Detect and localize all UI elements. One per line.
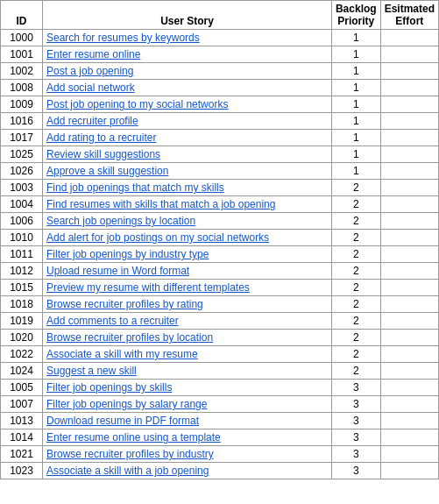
cell-id: 1008: [1, 80, 43, 96]
cell-story[interactable]: Add alert for job postings on my social …: [43, 230, 332, 246]
cell-id: 1003: [1, 180, 43, 196]
header-effort: Esitmated Effort: [380, 1, 438, 30]
table-row: 1020Browse recruiter profiles by locatio…: [1, 330, 439, 346]
cell-story[interactable]: Associate a skill with my resume: [43, 346, 332, 363]
cell-priority: 3: [331, 396, 380, 413]
cell-story[interactable]: Add comments to a recruiter: [43, 313, 332, 330]
cell-id: 1000: [1, 30, 43, 46]
cell-story[interactable]: Add rating to a recruiter: [43, 130, 332, 146]
cell-id: 1005: [1, 380, 43, 396]
cell-story[interactable]: Post job opening to my social networks: [43, 96, 332, 113]
table-row: 1007Filter job openings by salary range3: [1, 396, 439, 413]
table-row: 1012Upload resume in Word format2: [1, 263, 439, 280]
cell-story[interactable]: Filter job openings by industry type: [43, 246, 332, 263]
cell-effort: [380, 196, 438, 213]
cell-priority: 2: [331, 180, 380, 196]
cell-story[interactable]: Suggest a new skill: [43, 363, 332, 380]
cell-story[interactable]: Review skill suggestions: [43, 146, 332, 163]
cell-priority: 2: [331, 330, 380, 346]
cell-priority: 1: [331, 96, 380, 113]
cell-id: 1016: [1, 113, 43, 130]
cell-priority: 1: [331, 46, 380, 63]
header-story: User Story: [43, 1, 332, 30]
cell-id: 1019: [1, 313, 43, 330]
cell-priority: 1: [331, 63, 380, 80]
cell-effort: [380, 80, 438, 96]
cell-story[interactable]: Add social network: [43, 80, 332, 96]
cell-story[interactable]: Enter resume online: [43, 46, 332, 63]
cell-effort: [380, 63, 438, 80]
backlog-table: ID User Story Backlog Priority Esitmated…: [0, 0, 439, 479]
table-row: 1022Associate a skill with my resume2: [1, 346, 439, 363]
table-row: 1008Add social network1: [1, 80, 439, 96]
cell-id: 1004: [1, 196, 43, 213]
cell-story[interactable]: Filter job openings by salary range: [43, 396, 332, 413]
header-id: ID: [1, 1, 43, 30]
cell-id: 1013: [1, 413, 43, 429]
cell-effort: [380, 396, 438, 413]
cell-id: 1025: [1, 146, 43, 163]
cell-story[interactable]: Browse recruiter profiles by location: [43, 330, 332, 346]
cell-id: 1011: [1, 246, 43, 263]
cell-story[interactable]: Browse recruiter profiles by industry: [43, 446, 332, 463]
cell-priority: 1: [331, 80, 380, 96]
cell-effort: [380, 280, 438, 296]
table-row: 1005Filter job openings by skills3: [1, 380, 439, 396]
cell-effort: [380, 463, 438, 479]
cell-effort: [380, 363, 438, 380]
cell-priority: 2: [331, 280, 380, 296]
cell-priority: 3: [331, 463, 380, 479]
cell-story[interactable]: Approve a skill suggestion: [43, 163, 332, 180]
cell-effort: [380, 180, 438, 196]
cell-story[interactable]: Post a job opening: [43, 63, 332, 80]
table-row: 1010Add alert for job postings on my soc…: [1, 230, 439, 246]
cell-priority: 1: [331, 146, 380, 163]
cell-story[interactable]: Filter job openings by skills: [43, 380, 332, 396]
table-row: 1019Add comments to a recruiter2: [1, 313, 439, 330]
cell-id: 1002: [1, 63, 43, 80]
cell-id: 1020: [1, 330, 43, 346]
cell-effort: [380, 330, 438, 346]
table-row: 1017Add rating to a recruiter1: [1, 130, 439, 146]
cell-story[interactable]: Associate a skill with a job opening: [43, 463, 332, 479]
table-row: 1001Enter resume online1: [1, 46, 439, 63]
cell-id: 1015: [1, 280, 43, 296]
cell-story[interactable]: Add recruiter profile: [43, 113, 332, 130]
table-row: 1003Find job openings that match my skil…: [1, 180, 439, 196]
cell-story[interactable]: Download resume in PDF format: [43, 413, 332, 429]
cell-priority: 1: [331, 130, 380, 146]
cell-priority: 2: [331, 263, 380, 280]
table-row: 1016Add recruiter profile1: [1, 113, 439, 130]
cell-effort: [380, 96, 438, 113]
cell-effort: [380, 46, 438, 63]
table-row: 1021Browse recruiter profiles by industr…: [1, 446, 439, 463]
cell-priority: 1: [331, 30, 380, 46]
table-row: 1018Browse recruiter profiles by rating2: [1, 296, 439, 313]
cell-id: 1009: [1, 96, 43, 113]
cell-priority: 1: [331, 113, 380, 130]
cell-story[interactable]: Enter resume online using a template: [43, 429, 332, 446]
table-row: 1025Review skill suggestions1: [1, 146, 439, 163]
cell-story[interactable]: Preview my resume with different templat…: [43, 280, 332, 296]
cell-story[interactable]: Search job openings by location: [43, 213, 332, 230]
cell-story[interactable]: Upload resume in Word format: [43, 263, 332, 280]
cell-effort: [380, 130, 438, 146]
table-row: 1014Enter resume online using a template…: [1, 429, 439, 446]
table-row: 1000Search for resumes by keywords1: [1, 30, 439, 46]
cell-effort: [380, 296, 438, 313]
table-row: 1006Search job openings by location2: [1, 213, 439, 230]
cell-story[interactable]: Browse recruiter profiles by rating: [43, 296, 332, 313]
cell-effort: [380, 413, 438, 429]
cell-id: 1017: [1, 130, 43, 146]
cell-effort: [380, 213, 438, 230]
cell-story[interactable]: Search for resumes by keywords: [43, 30, 332, 46]
cell-effort: [380, 446, 438, 463]
cell-id: 1021: [1, 446, 43, 463]
table-row: 1015Preview my resume with different tem…: [1, 280, 439, 296]
cell-effort: [380, 313, 438, 330]
cell-effort: [380, 429, 438, 446]
cell-story[interactable]: Find resumes with skills that match a jo…: [43, 196, 332, 213]
cell-priority: 2: [331, 313, 380, 330]
cell-story[interactable]: Find job openings that match my skills: [43, 180, 332, 196]
cell-id: 1006: [1, 213, 43, 230]
